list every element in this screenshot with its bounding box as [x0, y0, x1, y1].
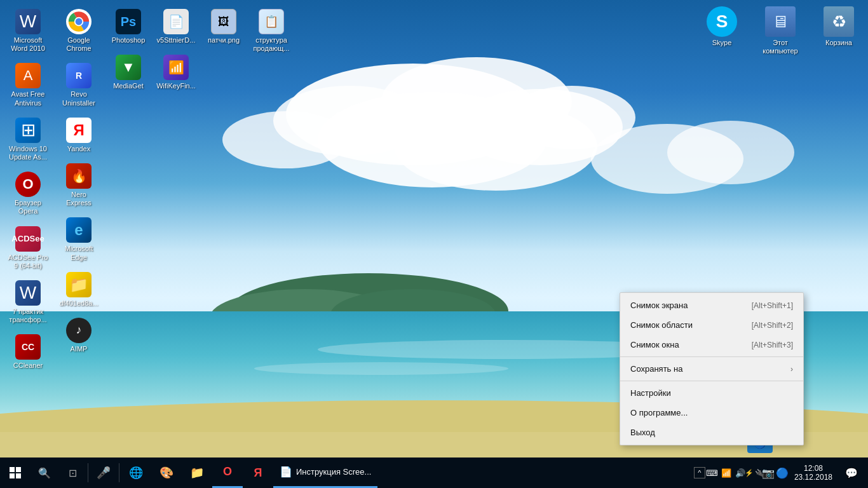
- desktop-icon-nero[interactable]: 🔥 Nero Express: [56, 161, 102, 210]
- recycle-icon: ♻: [824, 6, 854, 37]
- struct-icon: 📋: [259, 9, 284, 34]
- tray-battery-icon[interactable]: ⚡ 🔌: [747, 466, 761, 480]
- revo-label: RevoUninstaller: [62, 90, 95, 107]
- opera-label: БраузерOpera: [15, 199, 41, 215]
- desktop-icon-v5s[interactable]: 📄 v5SttniегD...: [153, 6, 199, 47]
- taskbar-clock[interactable]: 12:08 23.12.2018: [789, 458, 837, 488]
- bluetooth-tray-icon: 🔵: [776, 467, 789, 479]
- opera-icon: O: [15, 172, 41, 197]
- context-item-label: Сохранять на: [630, 364, 682, 374]
- context-menu-about[interactable]: О программе...: [620, 403, 803, 423]
- svg-point-18: [254, 362, 508, 375]
- context-menu-save-to[interactable]: Сохранять на ›: [620, 359, 803, 379]
- desktop-icon-photoshop[interactable]: Ps Photoshop: [105, 6, 151, 47]
- skype-icon: S: [707, 6, 737, 37]
- patches-icon: 🖼: [211, 9, 236, 34]
- context-item-shortcut: [Alt+Shift+1]: [752, 301, 793, 310]
- word2-label: 7 практиктрансфор...: [9, 308, 46, 324]
- context-item-label: О программе...: [630, 408, 688, 417]
- desktop-icon-computer[interactable]: 🖥 Этоткомпьютер: [757, 6, 803, 55]
- task-view-icon: ⊡: [69, 467, 77, 479]
- tray-bluetooth-icon[interactable]: 🔵: [775, 466, 789, 480]
- taskbar-yandex-button[interactable]: Я: [243, 458, 273, 488]
- avast-label: Avast FreeAntivirus: [11, 90, 45, 107]
- active-app-icon: 📄: [280, 466, 292, 478]
- taskbar-active-app[interactable]: 📄 Инструкция Scree...: [273, 458, 377, 488]
- revo-icon: R: [66, 63, 92, 88]
- desktop-col6: 📋 структурапродающ...: [243, 0, 299, 62]
- desktop-icon-opera[interactable]: O БраузерOpera: [5, 169, 51, 218]
- desktop-icon-aimp[interactable]: ♪ AIMP: [56, 315, 102, 356]
- desktop-icon-recycle[interactable]: ♻ Корзина: [816, 6, 862, 55]
- taskbar-files-button[interactable]: 📁: [182, 458, 212, 488]
- windows-logo-icon: [10, 467, 21, 478]
- taskbar-search-button[interactable]: 🔍: [31, 459, 58, 487]
- yandex-icon: Я: [66, 118, 92, 143]
- notification-center-button[interactable]: 💬: [837, 458, 865, 488]
- top-right-icons: S Skype 🖥 Этоткомпьютер ♻ Корзина: [699, 6, 862, 55]
- desktop-icon-mediaget[interactable]: ▼ MediaGet: [105, 52, 151, 93]
- desktop-icon-patches[interactable]: 🖼 патчи.png: [201, 6, 247, 47]
- desktop-col2: GoogleChrome R RevoUninstaller Я Yandex …: [51, 0, 107, 362]
- context-item-label: Снимок экрана: [630, 301, 688, 310]
- taskbar-opera-button[interactable]: O: [212, 458, 243, 488]
- desktop-icon-revo[interactable]: R RevoUninstaller: [56, 60, 102, 109]
- svg-point-21: [76, 18, 83, 25]
- desktop-icon-skype[interactable]: S Skype: [699, 6, 745, 55]
- win10-icon: ⊞: [15, 118, 41, 143]
- desktop-icon-wifi[interactable]: 📶 WifiKeyFin...: [153, 52, 199, 93]
- notification-icon: 💬: [845, 467, 858, 479]
- nero-icon: 🔥: [66, 163, 92, 189]
- struct-label: структурапродающ...: [254, 36, 290, 53]
- save-to-arrow-icon: ›: [790, 365, 793, 374]
- tray-screenshot-icon[interactable]: 📷: [761, 466, 775, 480]
- recycle-label: Корзина: [825, 39, 852, 47]
- clock-date: 23.12.2018: [794, 473, 832, 482]
- desktop-icon-edge[interactable]: e MicrosoftEdge: [56, 215, 102, 264]
- taskbar-paint-button[interactable]: 🎨: [151, 458, 182, 488]
- desktop-icon-word[interactable]: W Microsoft Word 2010: [5, 6, 51, 55]
- search-icon: 🔍: [38, 467, 51, 479]
- context-item-shortcut: [Alt+Shift+2]: [752, 321, 793, 330]
- context-menu-settings[interactable]: Настройки: [620, 383, 803, 403]
- word-icon: W: [15, 9, 41, 34]
- context-menu-exit[interactable]: Выход: [620, 423, 803, 442]
- context-item-shortcut: [Alt+Shift+3]: [752, 341, 793, 349]
- avast-icon: A: [15, 63, 41, 88]
- start-button[interactable]: [0, 458, 31, 488]
- desktop-icon-word2[interactable]: W 7 практиктрансфор...: [5, 278, 51, 327]
- desktop-icon-chrome[interactable]: GoogleChrome: [56, 6, 102, 55]
- taskbar-microphone-button[interactable]: 🎤: [90, 459, 118, 487]
- taskbar: 🔍 ⊡ 🎤 🌐 🎨 📁 O Я 📄 Инструкция Scree... ^: [0, 458, 868, 488]
- tray-show-hidden-button[interactable]: ^: [694, 467, 705, 478]
- v5s-icon: 📄: [163, 9, 189, 34]
- tray-keyboard-icon[interactable]: ⌨: [705, 466, 719, 480]
- folder-label: df401ed8a...: [59, 299, 98, 308]
- desktop-icon-acdsee[interactable]: ACDSee ACDSee Pro9 (64-bit): [5, 224, 51, 273]
- taskbar-browser-button[interactable]: 🌐: [121, 458, 151, 488]
- task-view-button[interactable]: ⊡: [58, 459, 86, 487]
- folder-icon: 📁: [190, 466, 204, 480]
- context-menu-screenshot-window[interactable]: Снимок окна [Alt+Shift+3]: [620, 335, 803, 355]
- svg-point-10: [667, 121, 794, 184]
- nero-label: Nero Express: [58, 191, 99, 207]
- chrome-icon: [66, 9, 92, 34]
- context-menu-sep2: [620, 381, 803, 381]
- tray-network-icon[interactable]: 📶: [719, 466, 733, 480]
- desktop-icon-win10[interactable]: ⊞ Windows 10Update As...: [5, 115, 51, 164]
- context-item-label: Настройки: [630, 388, 671, 398]
- desktop-icon-ccleaner[interactable]: CC CCleaner: [5, 332, 51, 372]
- volume-icon: 🔊: [735, 468, 745, 478]
- svg-point-8: [394, 102, 597, 191]
- context-menu-screenshot[interactable]: Снимок экрана [Alt+Shift+1]: [620, 295, 803, 315]
- taskbar-tray: ^ ⌨ 📶 🔊 ⚡ 🔌 📷 🔵 12:08 23.12.2018: [694, 458, 868, 488]
- desktop-icon-yandex[interactable]: Я Yandex: [56, 115, 102, 156]
- computer-label: Этоткомпьютер: [763, 39, 797, 55]
- network-icon: 📶: [721, 468, 731, 478]
- desktop-icon-avast[interactable]: A Avast FreeAntivirus: [5, 60, 51, 109]
- context-menu-screenshot-area[interactable]: Снимок области [Alt+Shift+2]: [620, 315, 803, 335]
- context-menu-sep1: [620, 356, 803, 357]
- yandex-label: Yandex: [67, 145, 91, 153]
- desktop-icon-folder[interactable]: 📁 df401ed8a...: [56, 269, 102, 310]
- desktop-icon-struct[interactable]: 📋 структурапродающ...: [248, 6, 294, 55]
